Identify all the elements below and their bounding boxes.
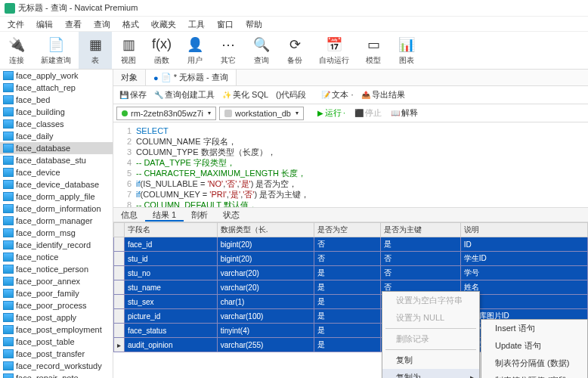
table-face_dorm_apply_file[interactable]: face_dorm_apply_file xyxy=(0,191,113,203)
table-face_post_table[interactable]: face_post_table xyxy=(0,336,113,348)
sql-editor[interactable]: 1SELECT2 COLUMN_NAME 字段名，3 COLUMN_TYPE 数… xyxy=(113,122,588,207)
table-row[interactable]: stu_idbigint(20)否否学生ID xyxy=(114,252,588,266)
tool-模型[interactable]: ▭模型 xyxy=(357,32,390,69)
table-face_device_database[interactable]: face_device_database xyxy=(0,178,113,191)
rtab-信息[interactable]: 信息 xyxy=(113,208,145,222)
rtab-结果 1[interactable]: 结果 1 xyxy=(145,208,184,222)
table-row[interactable]: stu_sexchar(1)是否性别 xyxy=(114,295,588,309)
run-button[interactable]: ▶ 运行 · xyxy=(314,106,348,120)
tool-视图[interactable]: ▥视图 xyxy=(112,32,145,69)
table-face_poor_family[interactable]: face_poor_family xyxy=(0,287,113,299)
table-face_daily[interactable]: face_daily xyxy=(0,130,113,142)
table-icon xyxy=(3,83,14,92)
table-face_poor_process[interactable]: face_poor_process xyxy=(0,299,113,311)
table-face_attach_rep[interactable]: face_attach_rep xyxy=(0,82,113,94)
col-header[interactable]: 说明 xyxy=(460,223,587,237)
table-icon xyxy=(3,361,14,370)
menu-文件[interactable]: 文件 xyxy=(2,17,30,31)
table-face_repair_note[interactable]: face_repair_note xyxy=(0,372,113,378)
table-face_record_workstudy[interactable]: face_record_workstudy xyxy=(0,360,113,372)
tool-用户[interactable]: 👤用户 xyxy=(178,32,212,69)
tool-查询[interactable]: 🔍查询 xyxy=(245,32,278,69)
tool-新建查询[interactable]: 📄新建查询 xyxy=(33,32,79,69)
tool-连接[interactable]: 🔌连接 xyxy=(0,32,33,69)
query-builder-button[interactable]: 🔧 查询创建工具 xyxy=(151,88,218,102)
menu-查询[interactable]: 查询 xyxy=(88,17,116,31)
tool-其它[interactable]: ⋯其它 xyxy=(212,32,245,69)
table-icon xyxy=(3,168,14,177)
table-face_device[interactable]: face_device xyxy=(0,166,113,178)
table-icon xyxy=(3,107,14,116)
ctx-设置为空白字符串[interactable]: 设置为空白字符串 xyxy=(382,292,479,309)
tab-无标题 - 查询[interactable]: ●📄 * 无标题 - 查询 xyxy=(146,70,237,85)
export-button[interactable]: 📤 导出结果 xyxy=(358,88,408,102)
table-face_dorm_manager[interactable]: face_dorm_manager xyxy=(0,215,113,227)
col-header[interactable]: 是否为主键 xyxy=(380,223,460,237)
sidebar[interactable]: face_apply_workface_attach_repface_bedfa… xyxy=(0,70,113,378)
table-face_database_stu[interactable]: face_database_stu xyxy=(0,154,113,166)
connection-bar: rm-2zetn83n05wz7i▾ workstation_db▾ ▶ 运行 … xyxy=(113,104,588,122)
menu-工具[interactable]: 工具 xyxy=(182,17,211,31)
col-header[interactable]: 字段名 xyxy=(125,223,218,237)
ctx-删除记录[interactable]: 删除记录 xyxy=(382,330,479,348)
app-icon xyxy=(5,3,15,14)
beautify-sql-button[interactable]: ✨ 美化 SQL xyxy=(219,88,271,102)
menu-帮助[interactable]: 帮助 xyxy=(240,17,268,31)
tool-函数[interactable]: f(x)函数 xyxy=(145,32,178,69)
table-face_identify_record[interactable]: face_identify_record xyxy=(0,239,113,251)
table-icon xyxy=(3,95,14,104)
table-row[interactable]: stu_namevarchar(20)是否姓名 xyxy=(114,280,588,295)
context-submenu[interactable]: Insert 语句Update 语句制表符分隔值 (数据)制表符分隔值 (字段名… xyxy=(481,319,588,378)
ctx-sub-item[interactable]: Insert 语句 xyxy=(481,320,587,337)
tool-备份[interactable]: ⟳备份 xyxy=(278,32,311,69)
ctx-设置为 NULL[interactable]: 设置为 NULL xyxy=(382,309,479,327)
table-icon xyxy=(3,265,14,274)
menu-查看[interactable]: 查看 xyxy=(59,17,88,31)
col-header[interactable]: 是否为空 xyxy=(314,223,381,237)
table-face_notice_person[interactable]: face_notice_person xyxy=(0,263,113,275)
main-toolbar: 🔌连接📄新建查询▦表▥视图f(x)函数👤用户⋯其它🔍查询⟳备份📅自动运行▭模型📊… xyxy=(0,32,588,70)
tab-对象[interactable]: 对象 xyxy=(113,70,146,85)
menu-格式[interactable]: 格式 xyxy=(116,17,145,31)
rtab-状态[interactable]: 状态 xyxy=(215,208,247,222)
stop-button[interactable]: ⬛ 停止 xyxy=(351,106,385,120)
table-face_building[interactable]: face_building xyxy=(0,106,113,118)
table-icon xyxy=(3,325,14,334)
ctx-复制[interactable]: 复制 xyxy=(382,352,479,369)
table-face_post_transfer[interactable]: face_post_transfer xyxy=(0,348,113,360)
context-menu[interactable]: 设置为空白字符串设置为 NULL删除记录复制复制为▸粘贴显示▸ xyxy=(382,291,480,378)
table-face_bed[interactable]: face_bed xyxy=(0,94,113,106)
ctx-复制为[interactable]: 复制为▸ xyxy=(382,369,479,378)
explain-button[interactable]: 📖 解释 xyxy=(388,106,421,120)
table-icon xyxy=(3,228,14,237)
table-row[interactable]: face_idbigint(20)否是ID xyxy=(114,237,588,252)
table-icon xyxy=(3,289,14,298)
menu-窗口[interactable]: 窗口 xyxy=(211,17,240,31)
menu-收藏夹[interactable]: 收藏夹 xyxy=(145,17,182,31)
database-dropdown[interactable]: workstation_db▾ xyxy=(219,107,304,120)
table-icon xyxy=(3,132,14,141)
table-face_post_apply[interactable]: face_post_apply xyxy=(0,311,113,324)
table-face_notice[interactable]: face_notice xyxy=(0,251,113,263)
tool-自动运行[interactable]: 📅自动运行 xyxy=(311,32,357,69)
col-header[interactable]: 数据类型（长. xyxy=(217,223,314,237)
table-face_dorm_information[interactable]: face_dorm_information xyxy=(0,203,113,215)
menu-编辑[interactable]: 编辑 xyxy=(30,17,59,31)
tool-图表[interactable]: 📊图表 xyxy=(390,32,423,69)
tool-表[interactable]: ▦表 xyxy=(79,32,112,69)
ctx-sub-item[interactable]: Update 语句 xyxy=(481,337,587,355)
ctx-sub-item[interactable]: 制表符分隔值 (数据) xyxy=(481,355,587,372)
table-face_classes[interactable]: face_classes xyxy=(0,118,113,130)
code-snippet-button[interactable]: ()代码段 xyxy=(273,88,309,102)
table-face_poor_annex[interactable]: face_poor_annex xyxy=(0,275,113,287)
table-row[interactable]: stu_novarchar(20)是否学号 xyxy=(114,266,588,280)
ctx-sub-item[interactable]: 制表符分隔值 (字段名) xyxy=(481,372,587,378)
table-face_apply_work[interactable]: face_apply_work xyxy=(0,70,113,82)
rtab-剖析[interactable]: 剖析 xyxy=(184,208,215,222)
text-button[interactable]: 📝 文本 · xyxy=(318,88,356,102)
save-button[interactable]: 💾 保存 xyxy=(116,88,150,102)
table-face_post_employment[interactable]: face_post_employment xyxy=(0,324,113,336)
table-face_database[interactable]: face_database xyxy=(0,142,113,154)
server-dropdown[interactable]: rm-2zetn83n05wz7i▾ xyxy=(116,107,216,120)
table-face_dorm_msg[interactable]: face_dorm_msg xyxy=(0,227,113,239)
